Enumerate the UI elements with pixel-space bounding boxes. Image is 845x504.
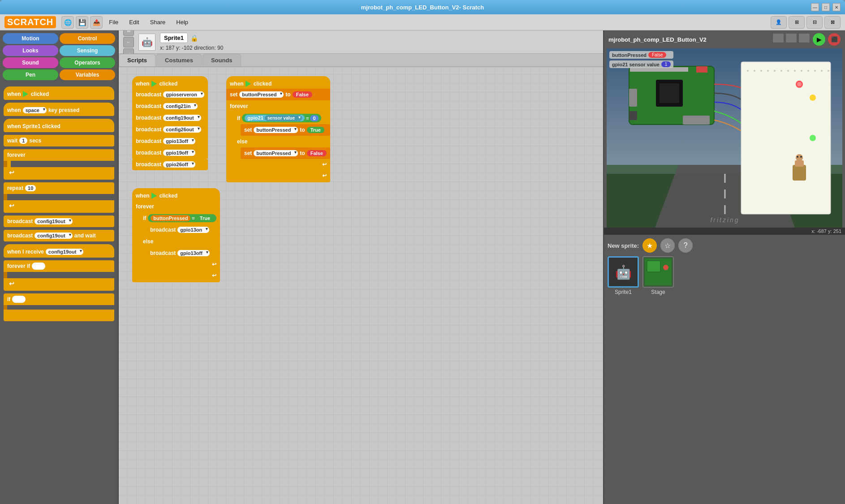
dd-config26out[interactable]: config26out bbox=[163, 126, 201, 133]
block-broadcast-config19out[interactable]: broadcast config19out bbox=[132, 112, 208, 124]
block-if-end-2: ↩ bbox=[139, 259, 220, 271]
new-sprite-random-button[interactable]: ☆ bbox=[660, 238, 675, 253]
block-broadcast-gpio19off[interactable]: broadcast gpio19off bbox=[132, 147, 208, 159]
tab-scripts[interactable]: Scripts bbox=[119, 54, 155, 66]
block-set-false-2[interactable]: set buttonPressed to False bbox=[241, 147, 330, 159]
category-sound[interactable]: Sound bbox=[3, 57, 58, 68]
sprite-name[interactable]: Sprite1 bbox=[160, 33, 188, 43]
dd-config21in[interactable]: config21in bbox=[163, 103, 198, 109]
sprite-thumb-stage[interactable] bbox=[642, 256, 674, 288]
save-icon-button[interactable]: 💾 bbox=[76, 16, 88, 29]
menu-edit[interactable]: Edit bbox=[125, 17, 143, 27]
block-broadcast-config21in[interactable]: broadcast config21in bbox=[132, 100, 208, 112]
layout-btn-3[interactable]: ⊠ bbox=[824, 16, 841, 29]
block-broadcast-gpio13off[interactable]: broadcast gpio13off bbox=[132, 135, 208, 147]
block-broadcast-gpio13on[interactable]: broadcast gpio13on bbox=[147, 224, 213, 236]
dd-gpio13off[interactable]: gpio13off bbox=[163, 138, 195, 144]
block-forever-3[interactable]: forever bbox=[132, 201, 220, 212]
menu-help[interactable]: Help bbox=[172, 17, 193, 27]
dd-config19out[interactable]: config19out bbox=[163, 115, 201, 121]
svg-point-33 bbox=[796, 154, 803, 161]
minimize-button[interactable]: — bbox=[811, 3, 819, 11]
dd-buttonpressed-2[interactable]: buttonPressed bbox=[254, 127, 298, 133]
dd-gpio13off-2[interactable]: gpio13off bbox=[177, 250, 210, 256]
category-sensing[interactable]: Sensing bbox=[60, 45, 115, 56]
tab-sounds[interactable]: Sounds bbox=[203, 54, 241, 66]
dd-sensor[interactable]: sensor value bbox=[265, 115, 302, 121]
layout-btn-2[interactable]: ⊟ bbox=[806, 16, 823, 29]
category-looks[interactable]: Looks bbox=[3, 45, 58, 56]
menu-file[interactable]: File bbox=[104, 17, 123, 27]
block-broadcast[interactable]: broadcast config19out bbox=[4, 215, 114, 227]
nav-up-button[interactable]: ⊞ bbox=[123, 30, 134, 36]
key-dropdown[interactable]: space bbox=[23, 107, 47, 113]
dd-gpio13on[interactable]: gpio13on bbox=[177, 227, 209, 233]
dd-gpio19off[interactable]: gpio19off bbox=[163, 150, 195, 156]
block-wait[interactable]: wait 1 secs bbox=[4, 135, 114, 146]
block-broadcast-config26out[interactable]: broadcast config26out bbox=[132, 124, 208, 135]
block-forever-if[interactable]: forever if ↩ bbox=[4, 260, 114, 291]
block-when-receive[interactable]: when I receive config19out bbox=[4, 244, 114, 258]
block-repeat[interactable]: repeat 10 ↩ bbox=[4, 182, 114, 213]
category-pen[interactable]: Pen bbox=[3, 69, 58, 80]
broadcast-dropdown[interactable]: config19out bbox=[34, 218, 72, 224]
new-sprite-paint-button[interactable]: ★ bbox=[642, 238, 657, 253]
block-when-key-pressed[interactable]: when space key pressed bbox=[4, 103, 114, 116]
block-if-end-1: ↩ bbox=[233, 159, 330, 171]
block-set-buttonpressed-false[interactable]: set buttonPressed to False bbox=[226, 89, 330, 100]
layout-btn-medium[interactable] bbox=[785, 33, 797, 43]
category-variables[interactable]: Variables bbox=[60, 69, 115, 80]
wait-value[interactable]: 1 bbox=[19, 138, 27, 144]
block-when-flag-3[interactable]: when clicked bbox=[132, 188, 220, 201]
category-operators[interactable]: Operators bbox=[60, 57, 115, 68]
block-broadcast-gpioserveron[interactable]: broadcast gpioserveron bbox=[132, 89, 208, 100]
dd-gpio26off[interactable]: gpio26off bbox=[163, 161, 195, 168]
green-flag-button[interactable]: ▶ bbox=[813, 33, 825, 46]
block-forever-2[interactable]: forever bbox=[226, 100, 330, 112]
dd-buttonpressed-3[interactable]: buttonPressed bbox=[254, 150, 298, 156]
broadcast-wait-dropdown[interactable]: config19out bbox=[34, 233, 72, 239]
tab-costumes[interactable]: Costumes bbox=[156, 54, 202, 66]
globe-icon-button[interactable]: 🌐 bbox=[61, 16, 74, 29]
svg-point-34 bbox=[797, 156, 798, 158]
new-sprite-upload-button[interactable]: ? bbox=[678, 238, 693, 253]
maximize-button[interactable]: □ bbox=[822, 3, 830, 11]
text-when: when bbox=[7, 91, 21, 97]
block-broadcast-gpio13off-2[interactable]: broadcast gpio13off bbox=[147, 247, 213, 259]
layout-btn-1[interactable]: ⊞ bbox=[789, 16, 805, 29]
menu-bar: SCRATCH 🌐 💾 📤 File Edit Share Help 👤 ⊞ ⊟… bbox=[0, 14, 845, 30]
share-icon-button[interactable]: 📤 bbox=[90, 16, 103, 29]
forever-if-condition[interactable] bbox=[32, 263, 45, 270]
block-broadcast-gpio26off[interactable]: broadcast gpio26off bbox=[132, 159, 208, 170]
receive-dropdown[interactable]: config19out bbox=[46, 249, 83, 255]
stage-canvas: fritzing buttonPressed False gpio21 sens… bbox=[607, 48, 842, 228]
dd-buttonpressed-1[interactable]: buttonPressed bbox=[239, 91, 284, 98]
scripts-canvas[interactable]: when clicked broadcast gpioserveron broa… bbox=[119, 67, 603, 504]
block-when-sprite-clicked[interactable]: when Sprite1 clicked bbox=[4, 119, 114, 132]
category-control[interactable]: Control bbox=[60, 33, 115, 44]
layout-btn-small[interactable] bbox=[772, 33, 784, 43]
menu-share[interactable]: Share bbox=[146, 17, 170, 27]
stop-button[interactable]: ⬛ bbox=[828, 33, 841, 46]
block-broadcast-wait[interactable]: broadcast config19out and wait bbox=[4, 230, 114, 241]
svg-point-29 bbox=[810, 95, 816, 101]
block-when-flag-clicked[interactable]: when clicked bbox=[4, 86, 114, 100]
close-button[interactable]: ✕ bbox=[832, 3, 841, 11]
block-set-true[interactable]: set buttonPressed to True bbox=[241, 124, 330, 136]
repeat-value[interactable]: 10 bbox=[25, 185, 36, 191]
layout-btn-large[interactable] bbox=[798, 33, 810, 43]
account-button[interactable]: 👤 bbox=[771, 16, 787, 29]
block-if[interactable]: if bbox=[4, 293, 114, 321]
block-forever[interactable]: forever ↩ bbox=[4, 149, 114, 180]
block-if-buttonpressed[interactable]: if buttonPressed = True bbox=[139, 212, 220, 224]
category-motion[interactable]: Motion bbox=[3, 33, 58, 44]
block-if-gpio21[interactable]: if gpio21 sensor value = 0 bbox=[233, 112, 330, 124]
dd-gpioserveron[interactable]: gpioserveron bbox=[163, 91, 204, 98]
block-when-flag-2[interactable]: when clicked bbox=[226, 76, 330, 89]
nav-left-button[interactable]: ← bbox=[123, 37, 134, 47]
sprite-thumb-sprite1[interactable]: 🤖 bbox=[608, 256, 639, 288]
sensor-value-0[interactable]: 0 bbox=[310, 115, 318, 121]
block-when-flag-1[interactable]: when clicked bbox=[132, 76, 208, 89]
svg-point-18 bbox=[774, 70, 776, 72]
if-condition[interactable] bbox=[12, 296, 26, 303]
